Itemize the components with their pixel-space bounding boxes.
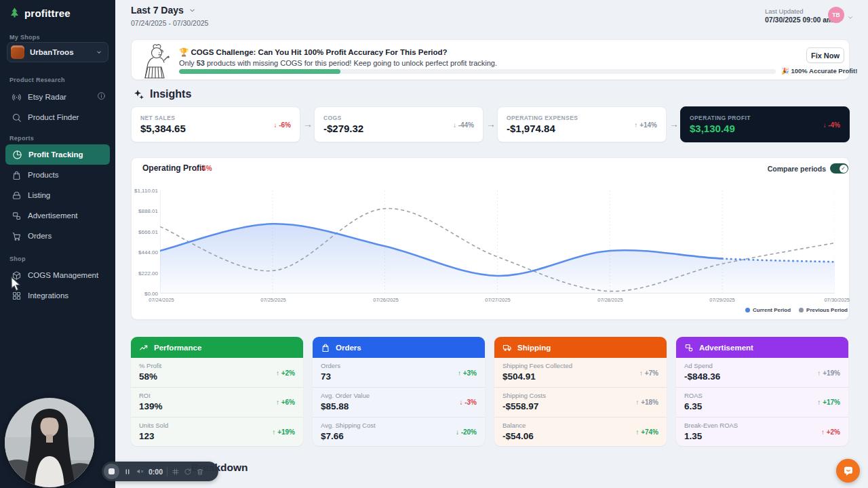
card-value: $3,130.49 bbox=[690, 123, 735, 134]
listing-box-icon bbox=[12, 190, 22, 201]
card-label: OPERATING EXPENSES bbox=[507, 115, 578, 121]
sidebar-item-label: Etsy Radar bbox=[28, 93, 66, 101]
card-value: $5,384.65 bbox=[140, 123, 186, 134]
sidebar-item-integrations[interactable]: Integrations bbox=[0, 285, 115, 306]
sidebar-item-profit-tracking[interactable]: Profit Tracking bbox=[5, 144, 110, 165]
insight-card-operating-profit: OPERATING PROFIT $3,130.49 ↓ -4% bbox=[680, 106, 850, 142]
card-title: Orders bbox=[336, 344, 361, 352]
date-range-dropdown[interactable]: Last 7 Days bbox=[131, 5, 196, 16]
orders-card-header: Orders bbox=[313, 337, 485, 358]
stop-recording-button[interactable] bbox=[104, 464, 119, 479]
metric-row: Orders73↑ +3% bbox=[313, 358, 485, 387]
metric-row: Shipping Costs-$558.97↑ +18% bbox=[494, 387, 667, 417]
webcam-bubble[interactable] bbox=[5, 398, 94, 487]
shop-label: Shop bbox=[9, 256, 26, 262]
previous-period-dot bbox=[799, 308, 804, 312]
legend-previous-period[interactable]: Previous Period bbox=[799, 307, 848, 313]
sidebar-item-label: Listing bbox=[28, 191, 50, 199]
sidebar-item-listing[interactable]: Listing bbox=[0, 185, 115, 205]
radar-icon bbox=[12, 92, 22, 102]
performance-card: Performance % Profit58%↑ +2% ROI139%↑ +6… bbox=[131, 337, 303, 446]
my-shops-label: My Shops bbox=[9, 34, 40, 41]
orders-card: Orders Orders73↑ +3% Avg. Order Value$85… bbox=[313, 337, 485, 446]
cogs-progress-bar bbox=[179, 69, 776, 74]
cogs-progress-fill bbox=[179, 69, 340, 74]
flow-arrow-icon: → bbox=[303, 119, 313, 129]
draw-tool-button[interactable] bbox=[172, 468, 180, 476]
sparkles-icon bbox=[133, 89, 144, 100]
sidebar-item-cogs-management[interactable]: COGS Management bbox=[0, 265, 115, 285]
shopping-bag-icon bbox=[12, 170, 22, 180]
metric-row: ROAS6.35↑ +17% bbox=[676, 387, 848, 417]
trend-up-icon bbox=[139, 343, 149, 352]
legend-current-period[interactable]: Current Period bbox=[745, 307, 791, 313]
shipping-card-header: Shipping bbox=[494, 337, 667, 358]
x-axis-tick: 07/27/2025 bbox=[479, 297, 517, 303]
package-box-icon bbox=[12, 270, 22, 281]
last-updated-value: 07/30/2025 09:00 am bbox=[765, 16, 833, 24]
product-research-label: Product Research bbox=[9, 77, 65, 83]
current-period-dot bbox=[745, 308, 750, 312]
advertisement-card-header: Advertisement bbox=[676, 337, 848, 358]
banner-title: 🏆 COGS Challenge: Can You Hit 100% Profi… bbox=[179, 47, 448, 57]
x-axis-tick: 07/25/2025 bbox=[254, 297, 292, 303]
metric-row: Break-Even ROAS1.35↑ +2% bbox=[676, 417, 848, 447]
fix-now-button[interactable]: Fix Now bbox=[806, 47, 844, 63]
shop-name: UrbanTroos bbox=[30, 48, 90, 56]
x-axis-tick: 07/26/2025 bbox=[367, 297, 405, 303]
metric-row: Shipping Fees Collected$504.91↑ +7% bbox=[494, 358, 667, 387]
shop-avatar bbox=[11, 45, 24, 59]
sidebar-item-label: COGS Management bbox=[28, 271, 98, 279]
profit-line-chart bbox=[160, 190, 835, 293]
insight-card-cogs: COGS -$279.32 ↓ -44% bbox=[314, 106, 484, 142]
reports-label: Reports bbox=[9, 135, 34, 142]
info-icon[interactable] bbox=[97, 91, 106, 103]
card-delta: ↓ -6% bbox=[273, 121, 291, 128]
metric-row: Units Sold123↑ +19% bbox=[131, 417, 303, 447]
last-updated-label: Last Updated bbox=[765, 7, 804, 15]
restart-recording-button[interactable] bbox=[184, 468, 192, 476]
y-axis-tick: $0.00 bbox=[130, 291, 158, 297]
sidebar-item-etsy-radar[interactable]: Etsy Radar bbox=[0, 87, 115, 107]
user-avatar[interactable]: TB bbox=[828, 7, 844, 23]
y-axis-tick: $1,110.01 bbox=[130, 188, 158, 194]
y-axis-tick: $444.00 bbox=[130, 249, 158, 256]
card-title: Advertisement bbox=[699, 344, 753, 352]
mute-mic-button[interactable] bbox=[136, 467, 144, 476]
ad-layout-icon bbox=[12, 211, 22, 221]
sidebar-item-product-finder[interactable]: Product Finder bbox=[0, 107, 115, 127]
chart-delta: ↓ -4% bbox=[195, 165, 212, 172]
advertisement-card: Advertisement Ad Spend-$848.36↑ +19% ROA… bbox=[676, 337, 848, 446]
logo-text: profittree bbox=[24, 7, 71, 19]
pause-button[interactable] bbox=[123, 468, 132, 476]
compare-periods-toggle[interactable] bbox=[830, 163, 848, 174]
card-value: -$1,974.84 bbox=[507, 123, 555, 134]
metric-row: ROI139%↑ +6% bbox=[131, 387, 303, 417]
logo[interactable]: profittree bbox=[8, 7, 71, 20]
shop-selector[interactable]: UrbanTroos bbox=[7, 42, 108, 62]
chevron-down-icon[interactable] bbox=[847, 12, 854, 24]
ad-layout-icon bbox=[684, 343, 694, 352]
metric-row: Ad Spend-$848.36↑ +19% bbox=[676, 358, 848, 387]
recording-toolbar: 0:00 bbox=[102, 462, 218, 481]
delete-recording-button[interactable] bbox=[196, 468, 204, 476]
card-label: COGS bbox=[323, 115, 342, 121]
truck-icon bbox=[502, 343, 512, 352]
x-axis-tick: 07/28/2025 bbox=[591, 297, 629, 303]
toolbar-divider bbox=[167, 467, 167, 476]
sidebar-item-label: Profit Tracking bbox=[28, 150, 83, 159]
chat-widget-button[interactable] bbox=[836, 459, 860, 483]
shopping-bag-icon bbox=[321, 343, 330, 352]
card-label: NET SALES bbox=[140, 115, 175, 121]
chevron-down-icon bbox=[96, 46, 102, 58]
flow-arrow-icon: → bbox=[669, 119, 679, 129]
woman-illustration bbox=[138, 41, 176, 79]
recording-timer: 0:00 bbox=[149, 468, 163, 476]
webcam-video-feed bbox=[5, 398, 94, 487]
x-axis-tick: 07/24/2025 bbox=[142, 297, 180, 303]
cart-icon bbox=[12, 231, 22, 241]
sidebar-item-label: Products bbox=[28, 171, 58, 179]
sidebar-item-products[interactable]: Products bbox=[0, 165, 115, 185]
sidebar-item-advertisement[interactable]: Advertisement bbox=[0, 205, 115, 226]
sidebar-item-orders[interactable]: Orders bbox=[0, 226, 115, 246]
